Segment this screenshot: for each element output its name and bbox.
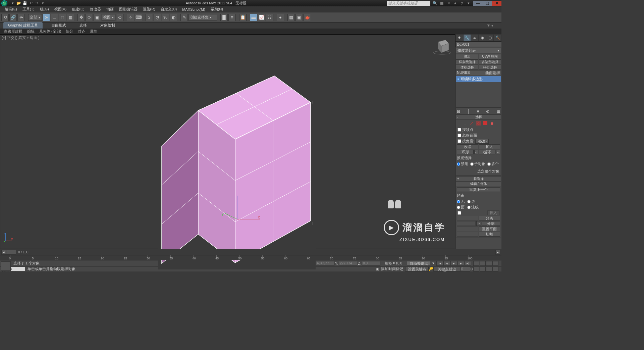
time-slider[interactable] [6, 250, 16, 255]
ring-button[interactable]: 环形 [457, 150, 474, 154]
attach-list-button[interactable]: ▫ [476, 221, 481, 226]
prev-frame-icon[interactable]: ◂ [443, 261, 450, 266]
mod-btn-extrude[interactable]: 挤出 [456, 54, 478, 59]
create-button[interactable] [457, 216, 478, 220]
menu-maxscript[interactable]: MAXScript(M) [180, 7, 207, 11]
loop-spinner[interactable] [496, 150, 500, 154]
select-name-icon[interactable]: ▭ [51, 14, 58, 21]
slice-plane-button[interactable] [457, 227, 478, 231]
current-frame-field[interactable]: 0 [460, 267, 470, 271]
split-button[interactable]: 分割 [482, 221, 500, 226]
minimize-button[interactable]: — [473, 1, 483, 6]
tab-modify-icon[interactable]: 🔧 [463, 34, 471, 41]
undo-link-icon[interactable]: ⟲ [1, 14, 9, 21]
preview-multi-radio[interactable]: 多个 [487, 161, 499, 166]
qat-undo-icon[interactable]: ↶ [28, 1, 34, 6]
zoom-extents-icon[interactable] [492, 261, 498, 266]
angle-spinner[interactable]: 45.0 [475, 139, 489, 144]
fov-icon[interactable] [486, 261, 492, 266]
scale-icon[interactable]: ▣ [94, 14, 101, 21]
maximize-vp-icon[interactable] [480, 267, 486, 271]
percent-snap-icon[interactable]: % [162, 14, 169, 21]
time-tag-button[interactable]: 添加时间标记 [381, 266, 403, 271]
box-object[interactable]: x y [158, 75, 316, 269]
constraint-normal-radio[interactable]: 法线 [467, 205, 479, 210]
object-name-field[interactable] [455, 42, 501, 47]
setkey-button[interactable]: 设置关键点 [405, 267, 429, 271]
attach-button[interactable] [457, 221, 476, 226]
tab-create-icon[interactable]: ✹ [455, 34, 463, 41]
surface-select-btn[interactable]: 曲面选择 [485, 70, 500, 75]
rollout-edit-geometry[interactable]: 编辑几何体 [456, 181, 501, 186]
edge-mode-icon[interactable]: ／ [470, 121, 474, 126]
tab-display-icon[interactable]: ▢ [486, 34, 494, 41]
qat-open-icon[interactable]: 📂 [16, 1, 21, 6]
render-frame-icon[interactable]: ▣ [296, 14, 303, 21]
by-vertex-check[interactable]: 按顶点 [457, 127, 500, 133]
mod-btn-uvw[interactable]: UVW 贴图 [479, 54, 501, 59]
exchange-icon[interactable]: ✕ [446, 1, 451, 6]
help-search[interactable]: 键入关键字或短语 [387, 1, 430, 6]
app-icon[interactable] [1, 0, 7, 6]
align-icon[interactable]: ≡ [228, 14, 236, 21]
help-icon[interactable]: ? [459, 1, 465, 6]
unique-icon[interactable]: ∀ [477, 109, 479, 114]
rect-select-icon[interactable]: ◻ [59, 14, 66, 21]
render-icon[interactable]: 🫖 [304, 14, 311, 21]
x-coord-field[interactable]: 404.577 [316, 261, 334, 266]
detach-button[interactable]: 分离 [479, 216, 500, 220]
manipulate-icon[interactable]: ✧ [127, 14, 134, 21]
rollout-selection[interactable]: 选择 [456, 114, 501, 119]
pan-icon[interactable] [473, 261, 479, 266]
vertex-mode-icon[interactable]: ⋮ [463, 121, 468, 126]
key-mode-icon[interactable]: 🔑 [429, 267, 433, 271]
preview-subobj-radio[interactable]: 子对象 [470, 161, 485, 166]
orbit-icon[interactable] [473, 267, 479, 271]
constraint-edge-radio[interactable]: 边 [467, 199, 475, 204]
timeline-left-arrow[interactable]: ◂ [1, 250, 6, 255]
mod-btn-ffd[interactable]: FFD 选择 [479, 65, 501, 70]
quickslice-button[interactable] [457, 232, 478, 237]
preserve-uv-check[interactable]: 插入 [457, 210, 500, 215]
unlink-icon[interactable]: ⇎ [17, 14, 25, 21]
cut-button[interactable]: 切割 [479, 232, 500, 237]
window-crossing-icon[interactable]: ▦ [67, 14, 74, 21]
keyfilter-button[interactable]: 关键点过滤器… [433, 267, 460, 271]
link-icon[interactable]: 🔗 [9, 14, 17, 21]
z-coord-field[interactable]: 0.0 [362, 261, 380, 266]
remove-mod-icon[interactable]: ⊘ [486, 109, 489, 114]
rollout-soft-selection[interactable]: 软选择 [456, 176, 501, 181]
by-angle-check[interactable]: 按角度:45.0 [457, 138, 500, 144]
y-coord-field[interactable]: 277.774 [339, 261, 357, 266]
time-config-icon[interactable]: ⊙ [470, 267, 473, 271]
border-mode-icon[interactable]: ◇ [476, 121, 481, 126]
menu-animation[interactable]: 动画 [104, 7, 116, 12]
zoom-region-icon[interactable] [486, 267, 492, 271]
timeline-track[interactable]: 0 5 10 15 20 25 30 35 40 45 50 55 60 65 … [0, 255, 501, 260]
ribbon-panel-subdiv[interactable]: 细分 [64, 29, 74, 34]
config-icon[interactable]: ▦ [496, 109, 500, 114]
favorites-icon[interactable]: ★ [452, 1, 458, 6]
ref-coord-dropdown[interactable]: 视图 [102, 14, 115, 21]
mirror-icon[interactable]: ▐▌ [220, 14, 228, 21]
pivot-icon[interactable]: ⊙ [116, 14, 123, 21]
named-selection-dropdown[interactable]: 创建选择集 [189, 14, 217, 21]
ribbon-tab-selection[interactable]: 选择 [75, 22, 92, 29]
angle-snap-icon[interactable]: ◔ [154, 14, 161, 21]
ribbon-tab-objectpaint[interactable]: 对象绘制 [96, 22, 120, 29]
modifier-list-dropdown[interactable]: 修改器列表▾ [456, 48, 501, 53]
play-icon[interactable]: ▸ [450, 261, 457, 266]
search-icon[interactable]: 🔍 [432, 1, 438, 6]
tab-motion-icon[interactable]: ◉ [478, 34, 486, 41]
ribbon-panel-align[interactable]: 对齐 [76, 29, 87, 34]
layers-icon[interactable]: 📋 [239, 14, 247, 21]
selection-filter[interactable]: 全部 [28, 14, 42, 21]
next-frame-icon[interactable]: ▸ [458, 261, 464, 266]
menu-help[interactable]: 帮助(H) [209, 7, 225, 12]
element-mode-icon[interactable]: ◼ [490, 121, 494, 126]
mod-btn-spline[interactable]: 样条线选择 [456, 59, 478, 64]
ribbon-panel-properties[interactable]: 属性 [89, 29, 99, 34]
graphite-ribbon-icon[interactable]: ▬ [250, 14, 257, 21]
ribbon-tab-graphite[interactable]: Graphite 建模工具 [3, 22, 43, 29]
viewport-label[interactable]: [+] 正交 [] 真实 + 边面 ] [2, 35, 39, 40]
